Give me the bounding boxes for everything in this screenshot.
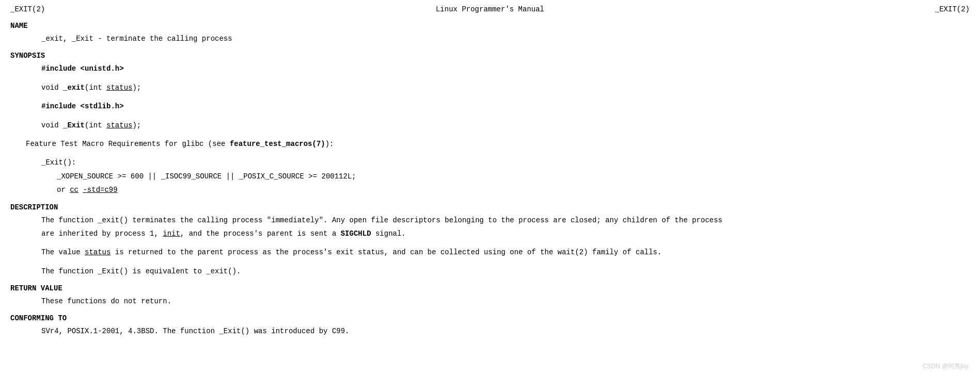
- synopsis-exit-label: _Exit():: [10, 157, 970, 168]
- section-conforming: CONFORMING TO SVr4, POSIX.1-2001, 4.3BSD…: [10, 314, 970, 337]
- synopsis-xopen: _XOPEN_SOURCE >= 600 || _ISOC99_SOURCE |…: [10, 171, 970, 182]
- section-conforming-title: CONFORMING TO: [10, 314, 970, 322]
- conforming-content: SVr4, POSIX.1-2001, 4.3BSD. The function…: [10, 325, 970, 337]
- return-value-content: These functions do not return.: [10, 296, 970, 307]
- header-center: Linux Programmer's Manual: [45, 5, 935, 13]
- section-synopsis-title: SYNOPSIS: [10, 52, 970, 60]
- description-line4: The function _Exit() is equivalent to _e…: [10, 266, 970, 277]
- section-name: NAME _exit, _Exit - terminate the callin…: [10, 22, 970, 44]
- section-description-title: DESCRIPTION: [10, 203, 970, 211]
- description-line2: are inherited by process 1, init, and th…: [10, 228, 970, 239]
- section-return-title: RETURN VALUE: [10, 284, 970, 292]
- section-return-value: RETURN VALUE These functions do not retu…: [10, 284, 970, 307]
- header-left: _EXIT(2): [10, 5, 45, 13]
- synopsis-or-cc: or cc -std=c99: [10, 184, 970, 195]
- description-line3: The value status is returned to the pare…: [10, 247, 970, 258]
- watermark: CSDN @阿秀joy.: [923, 362, 970, 371]
- synopsis-line-exit2: void _Exit(int status);: [10, 120, 970, 131]
- section-name-title: NAME: [10, 22, 970, 30]
- section-description: DESCRIPTION The function _exit() termina…: [10, 203, 970, 277]
- description-line1: The function _exit() terminates the call…: [10, 215, 970, 226]
- section-synopsis: SYNOPSIS #include <unistd.h> void _exit(…: [10, 52, 970, 195]
- synopsis-line-include2: #include <stdlib.h>: [10, 101, 970, 112]
- synopsis-line-exit1: void _exit(int status);: [10, 82, 970, 93]
- synopsis-feature-test: Feature Test Macro Requirements for glib…: [10, 138, 970, 150]
- section-name-content: _exit, _Exit - terminate the calling pro…: [10, 33, 970, 44]
- header: _EXIT(2) Linux Programmer's Manual _EXIT…: [10, 5, 970, 13]
- header-right: _EXIT(2): [935, 5, 970, 13]
- synopsis-line-include1: #include <unistd.h>: [10, 63, 970, 74]
- page-content: _EXIT(2) Linux Programmer's Manual _EXIT…: [10, 5, 970, 337]
